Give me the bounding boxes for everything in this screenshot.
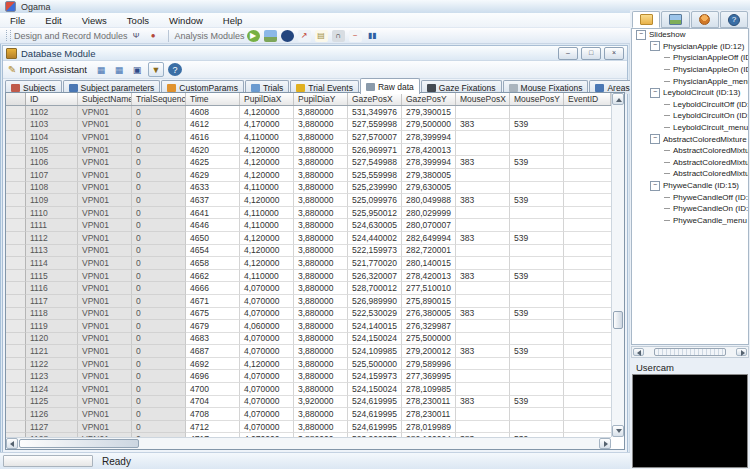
horizontal-scroll-thumb[interactable] bbox=[19, 439, 139, 448]
tree-horizontal-scrollbar[interactable] bbox=[631, 346, 749, 358]
row-header-cell[interactable] bbox=[6, 232, 26, 245]
cell-eventid[interactable] bbox=[564, 282, 611, 295]
collapse-expander-icon[interactable]: − bbox=[650, 181, 660, 191]
cell-gazeposx[interactable]: 525,950012 bbox=[348, 207, 402, 220]
cell-gazeposx[interactable]: 527,549988 bbox=[348, 156, 402, 169]
grid-horizontal-scrollbar[interactable] bbox=[6, 437, 611, 449]
cell-subjectname[interactable]: VPN01 bbox=[78, 106, 132, 119]
cell-subjectname[interactable]: VPN01 bbox=[78, 245, 132, 258]
cell-gazeposx[interactable]: 524,440002 bbox=[348, 232, 402, 245]
cell-mouseposx[interactable]: 383 bbox=[456, 396, 510, 409]
cell-id[interactable]: 1102 bbox=[26, 106, 78, 119]
cell-mouseposx[interactable]: 383 bbox=[456, 308, 510, 321]
cell-gazeposx[interactable]: 525,239990 bbox=[348, 182, 402, 195]
cell-trialsequence[interactable]: 0 bbox=[132, 308, 186, 321]
cell-mouseposx[interactable] bbox=[456, 219, 510, 232]
row-header-cell[interactable] bbox=[6, 169, 26, 182]
cell-eventid[interactable] bbox=[564, 119, 611, 132]
cell-gazeposx[interactable]: 524,619995 bbox=[348, 408, 402, 421]
cell-pupildiay[interactable]: 3,880000 bbox=[294, 182, 348, 195]
cell-pupildiay[interactable]: 3,880000 bbox=[294, 320, 348, 333]
cell-id[interactable]: 1119 bbox=[26, 320, 78, 333]
cell-pupildiay[interactable]: 3,880000 bbox=[294, 421, 348, 434]
row-header-cell[interactable] bbox=[6, 245, 26, 258]
cell-id[interactable]: 1112 bbox=[26, 232, 78, 245]
cell-subjectname[interactable]: VPN01 bbox=[78, 333, 132, 346]
cell-mouseposy[interactable]: 539 bbox=[510, 308, 564, 321]
tree-item[interactable]: PhyweCandleOn (ID:10) bbox=[632, 203, 748, 215]
cell-id[interactable]: 1117 bbox=[26, 295, 78, 308]
cell-id[interactable]: 1111 bbox=[26, 219, 78, 232]
cell-mouseposx[interactable] bbox=[456, 182, 510, 195]
minimize-button[interactable]: – bbox=[558, 47, 578, 60]
cell-mouseposy[interactable] bbox=[510, 106, 564, 119]
cell-pupildiax[interactable]: 4,120000 bbox=[240, 232, 294, 245]
cell-mouseposx[interactable]: 383 bbox=[456, 119, 510, 132]
cell-id[interactable]: 1103 bbox=[26, 119, 78, 132]
cell-gazeposy[interactable]: 279,630005 bbox=[402, 182, 456, 195]
cell-subjectname[interactable]: VPN01 bbox=[78, 396, 132, 409]
cell-time[interactable]: 4675 bbox=[186, 308, 240, 321]
cell-mouseposx[interactable] bbox=[456, 169, 510, 182]
cell-gazeposy[interactable]: 278,109985 bbox=[402, 383, 456, 396]
tree-item[interactable]: PhysicianAppleOff (ID:0) bbox=[632, 52, 748, 64]
cell-subjectname[interactable]: VPN01 bbox=[78, 232, 132, 245]
cell-time[interactable]: 4608 bbox=[186, 106, 240, 119]
cell-mouseposx[interactable]: 383 bbox=[456, 270, 510, 283]
row-header-cell[interactable] bbox=[6, 119, 26, 132]
cell-time[interactable]: 4654 bbox=[186, 245, 240, 258]
cell-gazeposy[interactable]: 275,500000 bbox=[402, 333, 456, 346]
cell-mouseposx[interactable] bbox=[456, 245, 510, 258]
saliency-module-icon[interactable] bbox=[281, 30, 294, 42]
cell-pupildiay[interactable]: 3,880000 bbox=[294, 257, 348, 270]
cell-subjectname[interactable]: VPN01 bbox=[78, 219, 132, 232]
cell-gazeposx[interactable]: 522,530029 bbox=[348, 308, 402, 321]
attention-map-module-icon[interactable]: ~ bbox=[349, 30, 362, 42]
cell-gazeposy[interactable]: 279,200012 bbox=[402, 345, 456, 358]
cell-trialsequence[interactable]: 0 bbox=[132, 245, 186, 258]
row-header-cell[interactable] bbox=[6, 421, 26, 434]
cell-gazeposx[interactable]: 522,159973 bbox=[348, 245, 402, 258]
cell-pupildiay[interactable]: 3,880000 bbox=[294, 106, 348, 119]
cell-subjectname[interactable]: VPN01 bbox=[78, 295, 132, 308]
tree-item[interactable]: LeyboldCircuitOn (ID:4) bbox=[632, 110, 748, 122]
cell-time[interactable]: 4704 bbox=[186, 396, 240, 409]
row-header-cell[interactable] bbox=[6, 182, 26, 195]
cell-subjectname[interactable]: VPN01 bbox=[78, 270, 132, 283]
cell-pupildiax[interactable]: 4,060000 bbox=[240, 320, 294, 333]
cell-trialsequence[interactable]: 0 bbox=[132, 421, 186, 434]
cell-time[interactable]: 4662 bbox=[186, 270, 240, 283]
row-header-cell[interactable] bbox=[6, 131, 26, 144]
cell-subjectname[interactable]: VPN01 bbox=[78, 257, 132, 270]
cell-gazeposx[interactable]: 526,969971 bbox=[348, 144, 402, 157]
cell-mouseposy[interactable] bbox=[510, 320, 564, 333]
cell-subjectname[interactable]: VPN01 bbox=[78, 383, 132, 396]
cell-id[interactable]: 1122 bbox=[26, 358, 78, 371]
cell-trialsequence[interactable]: 0 bbox=[132, 358, 186, 371]
cell-gazeposx[interactable]: 524,159973 bbox=[348, 370, 402, 383]
cell-gazeposy[interactable]: 278,230011 bbox=[402, 408, 456, 421]
cell-mouseposy[interactable]: 539 bbox=[510, 345, 564, 358]
cell-eventid[interactable] bbox=[564, 270, 611, 283]
cell-mouseposy[interactable] bbox=[510, 282, 564, 295]
cell-trialsequence[interactable]: 0 bbox=[132, 408, 186, 421]
cell-subjectname[interactable]: VPN01 bbox=[78, 207, 132, 220]
column-header-pupildiay[interactable]: PupilDiaY bbox=[294, 93, 348, 105]
cell-eventid[interactable] bbox=[564, 182, 611, 195]
cell-gazeposy[interactable]: 278,019989 bbox=[402, 421, 456, 434]
row-header-cell[interactable] bbox=[6, 282, 26, 295]
cell-pupildiay[interactable]: 3,880000 bbox=[294, 232, 348, 245]
record-module-icon[interactable]: ● bbox=[147, 30, 160, 42]
stimuli-tab[interactable] bbox=[661, 11, 689, 28]
cell-pupildiax[interactable]: 4,070000 bbox=[240, 282, 294, 295]
cell-mouseposy[interactable] bbox=[510, 257, 564, 270]
row-header-cell[interactable] bbox=[6, 295, 26, 308]
cell-gazeposy[interactable]: 277,369995 bbox=[402, 370, 456, 383]
scroll-down-button[interactable] bbox=[612, 425, 624, 437]
cell-time[interactable]: 4683 bbox=[186, 333, 240, 346]
cell-subjectname[interactable]: VPN01 bbox=[78, 156, 132, 169]
cell-gazeposy[interactable]: 278,399994 bbox=[402, 131, 456, 144]
tree-item[interactable]: −LeyboldCircuit (ID:13) bbox=[632, 87, 748, 99]
row-header-cell[interactable] bbox=[6, 270, 26, 283]
cell-eventid[interactable] bbox=[564, 358, 611, 371]
